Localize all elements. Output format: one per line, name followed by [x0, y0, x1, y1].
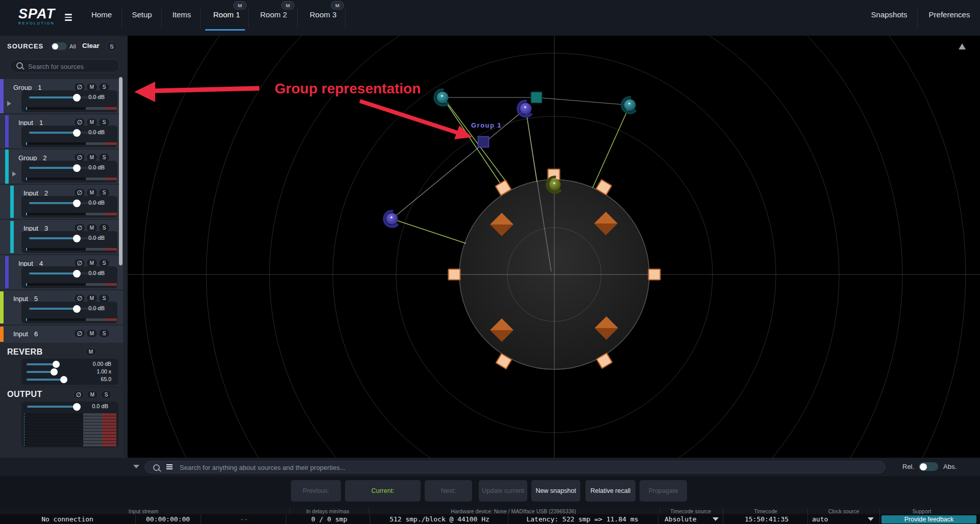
- meter-red-segment: [102, 435, 116, 437]
- meter-grey-segment: [83, 422, 102, 425]
- gain-slider-knob[interactable]: [73, 235, 81, 242]
- reverb-slider-fill: [27, 379, 64, 381]
- query-dropdown-caret[interactable]: [133, 465, 139, 468]
- reverb-slider-knob[interactable]: [60, 376, 67, 383]
- status-label-support: Support: [913, 508, 932, 514]
- source-color-bar: [0, 327, 4, 342]
- tab-room-3[interactable]: Room 3: [310, 10, 337, 19]
- gain-value: 0.0 dB: [88, 270, 105, 276]
- gain-slider-fill: [29, 132, 77, 134]
- source-orb-purple[interactable]: [520, 103, 532, 115]
- rel-abs-toggle[interactable]: [919, 462, 938, 471]
- reverb-slider-knob[interactable]: [51, 368, 58, 376]
- gain-slider-knob[interactable]: [73, 164, 81, 172]
- source-color-bar: [5, 256, 9, 288]
- snapshot-button-previous[interactable]: Previous:: [291, 480, 341, 502]
- reverb-slider-knob[interactable]: [53, 361, 60, 368]
- source-fader-panel: 0.0 dB: [21, 231, 117, 253]
- tab-snapshots[interactable]: Snapshots: [871, 10, 908, 19]
- search-filter-menu-icon[interactable]: [166, 464, 173, 470]
- sources-all-toggle[interactable]: [51, 42, 67, 50]
- gain-slider-knob[interactable]: [73, 94, 81, 102]
- mute-button[interactable]: M: [86, 329, 97, 338]
- level-meter: [26, 213, 117, 215]
- status-value-auto[interactable]: auto: [812, 515, 828, 523]
- source-orb-teal[interactable]: [437, 92, 449, 104]
- source-row-input-3[interactable]: Input3∅MS0.0 dB: [0, 220, 123, 254]
- speaker[interactable]: [449, 269, 460, 280]
- expand-arrow-icon[interactable]: [7, 101, 11, 106]
- meter-tick: [26, 283, 27, 286]
- spatial-view-canvas[interactable]: Group 1Group representation: [128, 36, 980, 458]
- tab-room-2[interactable]: Room 2: [260, 10, 287, 19]
- level-meter: [26, 142, 117, 145]
- nav-divider: [200, 7, 201, 29]
- speaker[interactable]: [649, 269, 660, 280]
- snapshot-button-update-current[interactable]: Update current: [479, 480, 527, 502]
- source-row-group-2[interactable]: Group2∅MS0.0 dB: [0, 149, 123, 184]
- source-row-input-4[interactable]: Input4∅MS0.0 dB: [0, 255, 123, 289]
- reverb-slider-fill: [27, 363, 56, 365]
- hamburger-menu-icon[interactable]: [65, 14, 73, 22]
- modified-badge: M: [331, 1, 344, 10]
- snapshot-button-relative-recall[interactable]: Relative recall: [585, 480, 635, 502]
- gain-slider-knob[interactable]: [73, 199, 81, 207]
- source-row-group-1[interactable]: Group1∅MS0.0 dB: [0, 79, 123, 113]
- gain-slider-knob[interactable]: [73, 305, 81, 313]
- sources-search: [10, 59, 119, 72]
- canvas-scroll-up-icon[interactable]: [959, 43, 966, 49]
- source-row-input-2[interactable]: Input2∅MS0.0 dB: [0, 185, 123, 219]
- meter-red-segment: [102, 429, 116, 431]
- source-color-bar: [10, 186, 14, 218]
- source-orb-dot: [524, 106, 526, 108]
- source-orb-olive[interactable]: [549, 179, 561, 191]
- source-row-input-6[interactable]: Input6∅MS: [0, 326, 123, 343]
- output-mute-button[interactable]: M: [87, 390, 98, 399]
- group-handle-teal[interactable]: [531, 92, 542, 103]
- snapshot-button-next[interactable]: Next:: [425, 480, 472, 502]
- source-row-input-1[interactable]: Input1∅MS0.0 dB: [0, 114, 123, 148]
- app-logo: SPAT REVOLUTION: [18, 7, 55, 25]
- solo-button[interactable]: S: [99, 329, 110, 338]
- annotation-text: Group representation: [275, 81, 421, 96]
- output-title: OUTPUT: [7, 390, 42, 399]
- solo-all-button[interactable]: S: [106, 41, 117, 52]
- meter-red-segment: [105, 142, 117, 145]
- dropdown-caret-icon[interactable]: [868, 517, 874, 521]
- snapshot-button-new-snapshot[interactable]: New snapshot: [531, 480, 580, 502]
- dropdown-caret-icon[interactable]: [713, 517, 719, 521]
- gain-slider-knob[interactable]: [73, 270, 81, 278]
- status-value-absolute[interactable]: Absolute: [665, 515, 697, 523]
- gain-slider-knob[interactable]: [73, 129, 81, 137]
- source-row-input-5[interactable]: Input5∅MS0.0 dB: [0, 290, 123, 325]
- tab-setup[interactable]: Setup: [132, 10, 152, 19]
- tab-items[interactable]: Items: [173, 10, 191, 19]
- meter-red-segment: [102, 441, 116, 443]
- output-solo-button[interactable]: S: [101, 390, 112, 399]
- clear-button[interactable]: Clear: [82, 42, 100, 49]
- group-handle-purple[interactable]: [478, 137, 489, 147]
- bypass-button[interactable]: ∅: [74, 329, 85, 338]
- tab-home[interactable]: Home: [91, 10, 112, 19]
- output-bypass-button[interactable]: ∅: [73, 390, 84, 399]
- provide-feedback-button[interactable]: Provide feedback: [881, 515, 976, 523]
- expand-arrow-icon[interactable]: [12, 171, 16, 177]
- status-bar: Input streamIn delays min/maxHardware de…: [0, 508, 980, 524]
- snapshot-button-current[interactable]: Current:: [345, 480, 421, 502]
- sources-panel-title: SOURCES: [7, 42, 43, 50]
- source-color-bar: [0, 79, 4, 113]
- tab-room-1[interactable]: Room 1: [213, 10, 240, 19]
- global-search-input[interactable]: [179, 462, 865, 473]
- sources-search-input[interactable]: [27, 61, 116, 72]
- output-meter-row: [23, 419, 116, 422]
- source-orb-purple[interactable]: [386, 213, 398, 225]
- sources-scrollbar[interactable]: [119, 77, 122, 265]
- status-label-clock-source: Clock source: [828, 508, 860, 514]
- source-orb-teal[interactable]: [624, 99, 636, 111]
- tab-preferences[interactable]: Preferences: [929, 10, 970, 19]
- output-meter-row: [23, 429, 116, 431]
- output-slider-knob[interactable]: [73, 403, 81, 411]
- status-divider: [289, 508, 290, 514]
- reverb-mute-button[interactable]: M: [85, 347, 96, 356]
- snapshot-button-propagate[interactable]: Propagate: [640, 480, 687, 502]
